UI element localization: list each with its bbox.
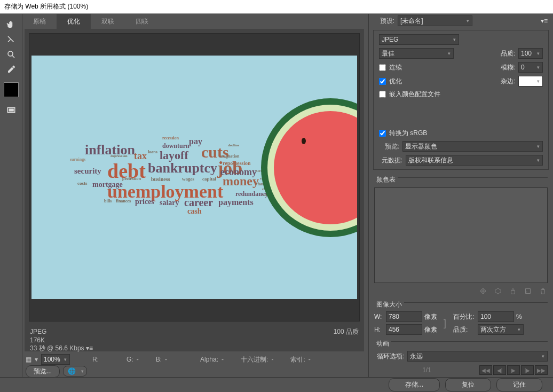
loop-select[interactable]	[407, 351, 548, 362]
settings-panel: 预设: ▾≡ 品质: 连续 模糊:	[368, 14, 553, 377]
title-bar: 存储为 Web 所用格式 (100%)	[0, 0, 553, 14]
view-tabs: 原稿 优化 双联 四联	[22, 14, 368, 29]
link-icon[interactable]: ]	[444, 318, 451, 329]
srgb-checkbox[interactable]	[379, 130, 386, 137]
browser-preview-dropdown[interactable]: 🌐	[63, 366, 87, 377]
first-frame-button[interactable]: ◀◀	[479, 365, 492, 375]
watermelon-graphic	[261, 98, 357, 237]
wordcloud-word: payments	[218, 198, 254, 207]
quality-mode-select[interactable]	[379, 48, 454, 59]
tab-optimized[interactable]: 优化	[57, 14, 91, 29]
bottom-readout: ▦ ▾ R: G:- B:- Alpha:- 十六进制:- 索引:-	[22, 354, 368, 365]
preset-select[interactable]	[398, 15, 472, 26]
color-table[interactable]	[374, 187, 548, 283]
map-color-icon[interactable]	[479, 287, 487, 295]
color-swatch[interactable]	[4, 82, 19, 97]
wordcloud-word: costs	[77, 181, 88, 186]
dialog-footer: 存储... 复位 记住	[0, 377, 553, 392]
remember-button[interactable]: 记住	[496, 378, 542, 391]
next-frame-button[interactable]: |▶	[521, 365, 534, 375]
app-body: 原稿 优化 双联 四联 inflationrecessionpaydepress…	[0, 14, 553, 377]
percent-input[interactable]	[478, 311, 514, 322]
svg-rect-2	[9, 109, 13, 112]
wordcloud-word: pay	[189, 137, 202, 146]
quality-input[interactable]	[518, 48, 543, 59]
metadata-select[interactable]	[406, 155, 543, 166]
color-table-toolbar	[369, 285, 553, 297]
lock-color-icon[interactable]	[509, 287, 517, 295]
stat-format: JPEG	[30, 328, 93, 336]
preview-mode-select[interactable]	[402, 141, 543, 152]
wordcloud-word: loans	[148, 150, 157, 154]
blur-input[interactable]	[518, 62, 543, 73]
slice-tool-icon[interactable]	[5, 33, 18, 46]
tab-original[interactable]: 原稿	[22, 14, 57, 29]
slice-visibility-icon[interactable]	[5, 104, 18, 116]
last-frame-button[interactable]: ▶▶	[535, 365, 548, 375]
wordcloud-word: security	[74, 167, 101, 176]
prev-frame-button[interactable]: ◀|	[493, 365, 506, 375]
width-input[interactable]	[386, 311, 422, 322]
viewer-panel: inflationrecessionpaydepressiontaxloansl…	[25, 29, 364, 351]
wordcloud-word: stagnation	[220, 154, 240, 159]
wordcloud-word: recession	[162, 136, 179, 140]
eyedropper-tool-icon[interactable]	[5, 63, 18, 76]
save-button[interactable]: 存储...	[389, 378, 440, 391]
wordcloud-word: cash	[187, 207, 201, 216]
embed-profile-checkbox[interactable]	[379, 91, 386, 98]
wordcloud-word: capital	[202, 176, 216, 182]
canvas[interactable]: inflationrecessionpaydepressiontaxloansl…	[29, 33, 360, 322]
stat-time: 33 秒 @ 56.6 Kbps	[30, 344, 84, 352]
height-input[interactable]	[386, 324, 422, 335]
stat-size: 176K	[30, 336, 93, 345]
footer-left: 预览... 🌐	[22, 365, 368, 377]
wordcloud-word: bankruptcy	[148, 160, 217, 176]
reset-button[interactable]: 复位	[445, 378, 491, 391]
wordcloud-word: repossession	[223, 160, 251, 166]
hand-tool-icon[interactable]	[5, 18, 18, 31]
preview-button[interactable]: 预览...	[26, 365, 60, 378]
tool-palette	[0, 14, 22, 377]
svg-point-6	[302, 138, 306, 144]
frame-indicator: 1/1	[422, 366, 431, 374]
tab-4up[interactable]: 四联	[125, 14, 159, 29]
wordcloud-word: finances	[116, 199, 131, 203]
window-title: 存储为 Web 所用格式 (100%)	[4, 3, 88, 10]
play-button[interactable]: ▶	[507, 365, 520, 375]
new-color-icon[interactable]	[524, 287, 532, 295]
wordcloud-word: prices	[135, 198, 154, 206]
palette-icon[interactable]: ▦	[26, 356, 31, 363]
color-table-group: 颜色表	[369, 172, 553, 185]
svg-rect-8	[511, 291, 515, 294]
wordcloud-word: profession	[122, 176, 141, 181]
optimize-checkbox[interactable]	[379, 78, 386, 85]
wordcloud-word: earnings	[70, 157, 85, 162]
wordcloud-word: depression	[110, 154, 128, 158]
delete-color-icon[interactable]	[539, 287, 547, 295]
wordcloud-word: salary	[160, 199, 179, 207]
zoom-tool-icon[interactable]	[5, 48, 18, 61]
matte-color[interactable]	[518, 76, 543, 87]
format-select[interactable]	[379, 34, 459, 45]
progressive-checkbox[interactable]	[379, 64, 386, 71]
wordcloud-word: wages	[182, 176, 194, 182]
tab-2up[interactable]: 双联	[91, 14, 125, 29]
stats-bar: JPEG 176K 33 秒 @ 56.6 Kbps ▾≡ 100 品质	[25, 326, 364, 351]
stat-quality: 100 品质	[334, 328, 359, 336]
svg-point-0	[8, 51, 13, 56]
zoom-input[interactable]	[41, 354, 70, 365]
palette-menu-icon[interactable]: ▾	[35, 356, 38, 363]
panel-menu-icon[interactable]: ▾≡	[541, 17, 548, 25]
stat-menu-icon[interactable]: ▾≡	[86, 344, 93, 352]
shift-color-icon[interactable]	[494, 287, 502, 295]
wordcloud-word: downturn	[162, 142, 189, 150]
svg-rect-9	[526, 289, 531, 294]
main-area: 原稿 优化 双联 四联 inflationrecessionpaydepress…	[22, 14, 368, 377]
wordcloud-word: bills	[104, 199, 112, 203]
wordcloud-word: money	[223, 174, 259, 189]
resample-select[interactable]	[478, 324, 524, 335]
wordcloud-word: decline	[228, 143, 239, 147]
image-preview: inflationrecessionpaydepressiontaxloansl…	[31, 56, 357, 299]
